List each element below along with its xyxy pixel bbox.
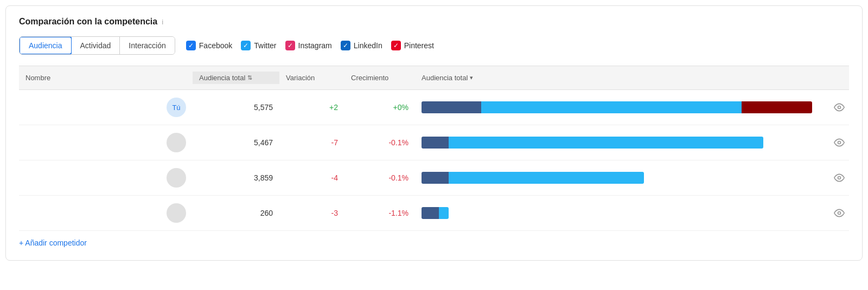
- cell-crecimiento-4: -1.1%: [344, 209, 415, 217]
- bar-segment: [439, 207, 449, 219]
- bar-container-4: [422, 207, 449, 219]
- checkbox-linkedin: ✓: [341, 41, 350, 50]
- cell-audiencia-3: 3,859: [193, 173, 279, 182]
- table-row: 260 -3 -1.1%: [19, 196, 849, 231]
- sort-icon-chart[interactable]: ▾: [470, 74, 473, 81]
- cell-chart-2: [415, 137, 827, 149]
- network-facebook[interactable]: ✓ Facebook: [186, 41, 232, 50]
- bar-segment: [422, 101, 481, 113]
- cell-variacion-3: -4: [279, 173, 344, 182]
- avatar-4: [167, 203, 186, 223]
- visibility-icon-3[interactable]: [834, 172, 845, 183]
- network-twitter[interactable]: ✓ Twitter: [241, 41, 276, 50]
- col-actions: [827, 72, 849, 84]
- checkbox-facebook: ✓: [186, 41, 196, 50]
- svg-point-3: [838, 212, 841, 215]
- visibility-icon-4[interactable]: [834, 208, 845, 218]
- network-instagram[interactable]: ✓ Instagram: [285, 41, 332, 50]
- tab-group: Audiencia Actividad Interacción: [19, 36, 175, 55]
- bar-segment: [449, 137, 763, 149]
- network-label-instagram: Instagram: [298, 41, 332, 50]
- svg-point-2: [838, 177, 841, 179]
- cell-crecimiento-1: +0%: [344, 103, 415, 112]
- cell-variacion-2: -7: [279, 138, 344, 147]
- network-label-twitter: Twitter: [254, 41, 276, 50]
- cell-audiencia-1: 5,575: [193, 103, 279, 112]
- bar-segment: [422, 172, 449, 184]
- cell-eye-2: [827, 137, 849, 148]
- svg-point-1: [838, 141, 841, 144]
- svg-point-0: [838, 106, 841, 109]
- bar-container-3: [422, 172, 644, 184]
- bar-segment: [449, 172, 644, 184]
- checkbox-pinterest: ✓: [391, 41, 401, 50]
- comparison-card: Comparación con la competencia i Audienc…: [5, 5, 863, 261]
- network-label-pinterest: Pinterest: [404, 41, 434, 50]
- cell-nombre-3: [19, 168, 193, 188]
- table-row: 5,467 -7 -0.1%: [19, 125, 849, 160]
- you-badge: Tú: [167, 98, 186, 117]
- cell-audiencia-4: 260: [193, 209, 279, 217]
- cell-crecimiento-2: -0.1%: [344, 138, 415, 147]
- network-label-linkedin: LinkedIn: [354, 41, 382, 50]
- col-audiencia-chart: Audiencia total ▾: [415, 72, 827, 84]
- avatar-2: [167, 133, 186, 152]
- bar-segment: [422, 137, 449, 149]
- cell-nombre-4: [19, 203, 193, 223]
- cell-variacion-1: +2: [279, 103, 344, 112]
- tab-interaccion[interactable]: Interacción: [120, 37, 174, 54]
- tab-audiencia[interactable]: Audiencia: [19, 36, 72, 55]
- checkbox-instagram: ✓: [285, 41, 295, 50]
- cell-eye-1: [827, 102, 849, 113]
- cell-crecimiento-3: -0.1%: [344, 173, 415, 182]
- bar-container-2: [422, 137, 763, 149]
- table-row: 3,859 -4 -0.1%: [19, 160, 849, 196]
- cell-nombre-2: [19, 133, 193, 152]
- sort-icon-audiencia[interactable]: ⇅: [247, 74, 252, 81]
- col-variacion: Variación: [279, 72, 344, 84]
- card-title: Comparación con la competencia: [19, 17, 157, 27]
- tab-actividad[interactable]: Actividad: [72, 37, 120, 54]
- cell-chart-3: [415, 172, 827, 184]
- cell-nombre-1: Tú: [19, 98, 193, 117]
- card-header: Comparación con la competencia i: [19, 17, 849, 27]
- visibility-icon-1[interactable]: [834, 102, 845, 113]
- network-label-facebook: Facebook: [199, 41, 232, 50]
- cell-variacion-4: -3: [279, 209, 344, 217]
- table-row: Tú 5,575 +2 +0%: [19, 90, 849, 125]
- col-audiencia-total: Audiencia total ⇅: [193, 72, 279, 84]
- col-crecimiento: Crecimiento: [344, 72, 415, 84]
- bar-segment: [481, 101, 742, 113]
- cell-audiencia-2: 5,467: [193, 138, 279, 147]
- bar-container-1: [422, 101, 812, 113]
- avatar-3: [167, 168, 186, 188]
- add-competitor-button[interactable]: + Añadir competidor: [19, 231, 87, 249]
- table-header: Nombre Audiencia total ⇅ Variación Creci…: [19, 66, 849, 90]
- cell-chart-1: [415, 101, 827, 113]
- cell-eye-3: [827, 172, 849, 183]
- network-filters: ✓ Facebook ✓ Twitter ✓ Instagram ✓ Linke…: [186, 41, 434, 50]
- checkbox-twitter: ✓: [241, 41, 251, 50]
- comparison-table: Nombre Audiencia total ⇅ Variación Creci…: [19, 66, 849, 231]
- network-linkedin[interactable]: ✓ LinkedIn: [341, 41, 382, 50]
- bar-segment: [422, 207, 439, 219]
- cell-eye-4: [827, 208, 849, 218]
- col-nombre: Nombre: [19, 72, 193, 84]
- controls-row: Audiencia Actividad Interacción ✓ Facebo…: [19, 36, 849, 55]
- visibility-icon-2[interactable]: [834, 137, 845, 148]
- info-icon[interactable]: i: [162, 18, 163, 26]
- network-pinterest[interactable]: ✓ Pinterest: [391, 41, 434, 50]
- bar-segment: [742, 101, 812, 113]
- cell-chart-4: [415, 207, 827, 219]
